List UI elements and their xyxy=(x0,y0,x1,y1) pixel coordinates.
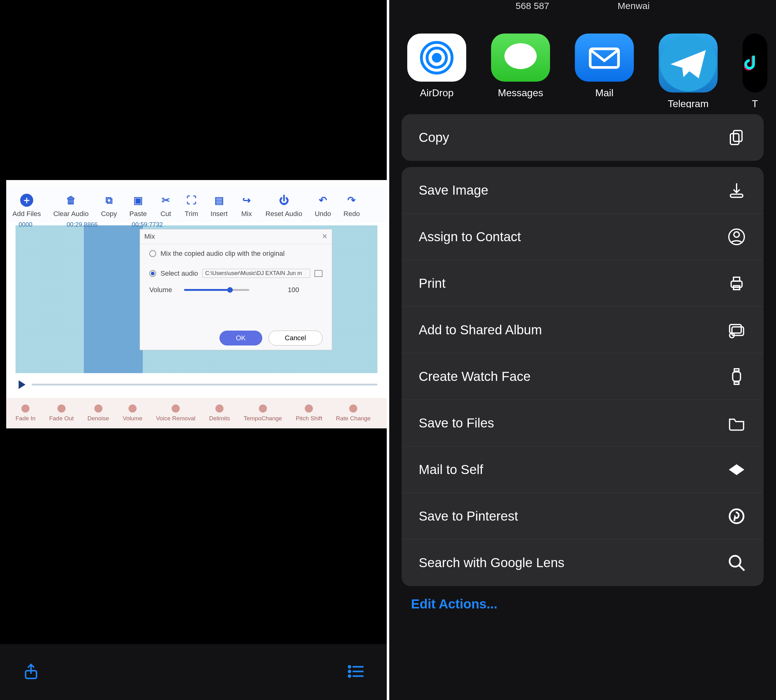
telegram-label: Telegram xyxy=(668,98,709,108)
add-files-button[interactable]: ＋ Add Files xyxy=(12,194,41,218)
share-app-airdrop[interactable]: AirDrop xyxy=(407,33,466,99)
share-app-messages[interactable]: Messages xyxy=(491,33,550,99)
mix-button[interactable]: ↪ Mix xyxy=(240,194,253,218)
action-add-shared-album[interactable]: Add to Shared Album xyxy=(402,307,764,353)
fx-voice-removal[interactable]: Voice Removal xyxy=(156,405,196,422)
actions-group: Save Image Assign to Contact xyxy=(402,167,764,586)
audio-editor-photo: ＋ Add Files 🗑 Clear Audio ⧉ Copy ▣ Paste… xyxy=(6,180,387,428)
reset-audio-label: Reset Audio xyxy=(265,210,302,218)
fx-volume[interactable]: Volume xyxy=(123,405,142,422)
action-save-image[interactable]: Save Image xyxy=(402,167,764,213)
cut-button[interactable]: ✂ Cut xyxy=(159,194,172,218)
download-icon xyxy=(727,180,746,200)
save-image-label: Save Image xyxy=(419,183,488,198)
pinterest-icon xyxy=(727,506,746,526)
scissors-icon: ✂ xyxy=(159,194,172,207)
fx-fade-in[interactable]: Fade In xyxy=(15,405,35,422)
action-print[interactable]: Print xyxy=(402,260,764,307)
clear-audio-button[interactable]: 🗑 Clear Audio xyxy=(53,194,89,218)
tiktok-icon xyxy=(743,33,767,93)
mix-dialog-title: Mix xyxy=(144,233,155,240)
fx-tempo-change[interactable]: TempoChange xyxy=(244,405,282,422)
watch-icon xyxy=(727,367,746,387)
ios-photo-toolbar xyxy=(0,644,387,700)
insert-button[interactable]: ▤ Insert xyxy=(210,194,228,218)
list-icon[interactable] xyxy=(346,662,365,682)
share-icon[interactable] xyxy=(22,662,40,682)
search-icon xyxy=(727,553,746,573)
mix-label: Mix xyxy=(241,210,252,218)
opt-mix-copied-label: Mix the copied audio clip with the origi… xyxy=(160,250,285,258)
timecode: 00:59:7732 xyxy=(132,221,163,228)
undo-button[interactable]: ↶ Undo xyxy=(315,194,331,218)
play-button[interactable] xyxy=(18,380,25,389)
share-sheet: 568 587 Menwai AirDrop xyxy=(389,0,776,700)
reset-audio-button[interactable]: ⏻ Reset Audio xyxy=(265,194,302,218)
share-header: 568 587 Menwai xyxy=(389,0,776,15)
share-app-tiktok[interactable]: T xyxy=(743,33,767,99)
add-files-label: Add Files xyxy=(12,210,41,218)
action-save-to-pinterest[interactable]: Save to Pinterest xyxy=(402,493,764,540)
action-mail-to-self[interactable]: Mail to Self xyxy=(402,447,764,493)
svg-point-10 xyxy=(505,43,537,69)
seek-bar[interactable] xyxy=(32,384,378,385)
svg-rect-18 xyxy=(731,281,742,287)
undo-label: Undo xyxy=(315,210,331,218)
action-copy[interactable]: Copy xyxy=(402,114,764,161)
waveform-area[interactable]: 0000 00:29.8866 00:59:7732 Mix ✕ Mix the… xyxy=(6,222,387,398)
fx-pitch-shift[interactable]: Pitch Shift xyxy=(296,405,323,422)
svg-point-17 xyxy=(734,232,739,237)
mail-label: Mail xyxy=(595,87,614,99)
airdrop-label: AirDrop xyxy=(420,87,453,99)
redo-label: Redo xyxy=(344,210,360,218)
insert-icon: ▤ xyxy=(213,194,226,207)
messages-icon xyxy=(491,33,550,82)
timecode: 0000 xyxy=(18,221,33,228)
folder-icon[interactable] xyxy=(315,270,323,277)
clear-audio-label: Clear Audio xyxy=(53,210,89,218)
svg-point-3 xyxy=(348,670,350,672)
audio-path-input[interactable]: C:\Users\user\Music\DJ EXTAIN Jun m xyxy=(202,269,310,278)
timecode: 00:29.8866 xyxy=(67,221,98,228)
mix-dialog: Mix ✕ Mix the copied audio clip with the… xyxy=(140,229,332,350)
fx-denoise[interactable]: Denoise xyxy=(88,405,109,422)
action-assign-contact[interactable]: Assign to Contact xyxy=(402,213,764,260)
action-create-watch-face[interactable]: Create Watch Face xyxy=(402,353,764,400)
paste-icon: ▣ xyxy=(132,194,145,207)
docs-icon xyxy=(727,128,746,147)
cancel-button[interactable]: Cancel xyxy=(268,331,323,345)
share-app-telegram[interactable]: Telegram xyxy=(659,33,718,99)
fx-delimits[interactable]: Delimits xyxy=(209,405,230,422)
add-shared-album-label: Add to Shared Album xyxy=(419,323,542,337)
fx-fade-out[interactable]: Fade Out xyxy=(49,405,73,422)
ok-button[interactable]: OK xyxy=(220,331,262,345)
radio-select-audio[interactable] xyxy=(149,270,156,277)
svg-rect-14 xyxy=(730,134,739,145)
radio-mix-copied[interactable] xyxy=(149,250,156,257)
pinterest-label: Save to Pinterest xyxy=(419,509,518,524)
volume-slider[interactable] xyxy=(184,289,249,291)
shared-album-icon xyxy=(727,320,746,340)
share-app-mail[interactable]: Mail xyxy=(575,33,634,99)
folder-icon xyxy=(727,413,746,433)
paste-button[interactable]: ▣ Paste xyxy=(130,194,147,218)
close-icon[interactable]: ✕ xyxy=(322,233,328,240)
header-right-label: Menwai xyxy=(618,1,649,15)
fx-rate-change[interactable]: Rate Change xyxy=(336,405,371,422)
action-search-google-lens[interactable]: Search with Google Lens xyxy=(402,540,764,586)
trim-button[interactable]: ⛶ Trim xyxy=(185,194,198,218)
right-pane: 568 587 Menwai AirDrop xyxy=(389,0,776,700)
copy-button[interactable]: ⧉ Copy xyxy=(101,194,117,218)
share-apps-row[interactable]: AirDrop Messages Mail xyxy=(389,15,776,108)
trim-label: Trim xyxy=(185,210,198,218)
left-pane: ＋ Add Files 🗑 Clear Audio ⧉ Copy ▣ Paste… xyxy=(0,0,389,700)
insert-label: Insert xyxy=(210,210,228,218)
svg-rect-25 xyxy=(734,369,739,371)
copy-label: Copy xyxy=(419,130,449,145)
edit-actions-link[interactable]: Edit Actions... xyxy=(411,597,776,612)
redo-button[interactable]: ↷ Redo xyxy=(344,194,360,218)
svg-rect-15 xyxy=(730,194,743,197)
copy-label: Copy xyxy=(101,210,117,218)
action-save-to-files[interactable]: Save to Files xyxy=(402,400,764,447)
playbar xyxy=(18,377,378,392)
